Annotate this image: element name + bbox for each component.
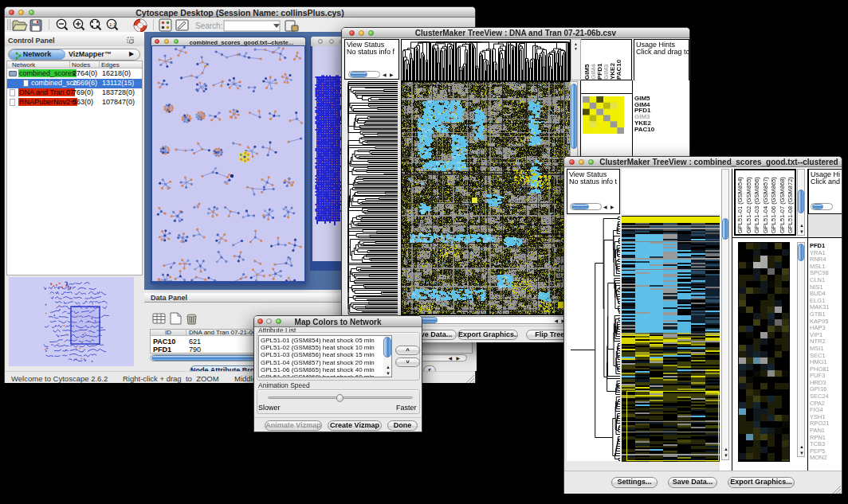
svg-text:Search:: Search: — [195, 21, 222, 30]
svg-text:1:1: 1:1 — [109, 22, 116, 27]
